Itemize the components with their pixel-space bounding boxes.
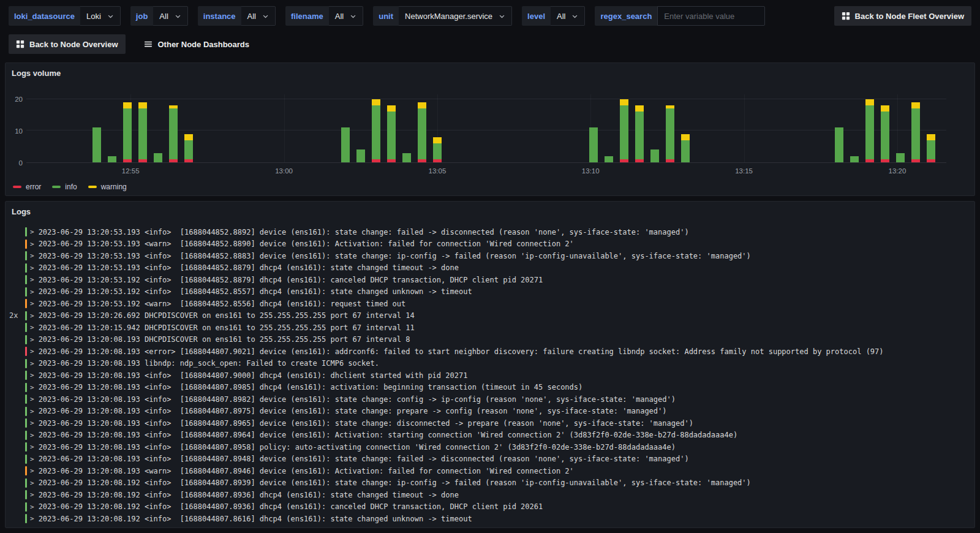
variable-dropdown-unit[interactable]: NetworkManager.service xyxy=(399,6,512,26)
regex-search-input[interactable] xyxy=(657,6,765,26)
expand-chevron-icon[interactable]: > xyxy=(30,360,34,368)
log-volume-bar[interactable] xyxy=(341,94,350,162)
log-line-text: 2023-06-29 13:20:08.193 <info> [16880448… xyxy=(39,443,676,452)
variable-regex_search: regex_search xyxy=(595,6,765,26)
log-volume-bar[interactable] xyxy=(666,94,674,162)
variable-loki_datasource: loki_datasourceLoki xyxy=(9,6,121,26)
variable-value-text: NetworkManager.service xyxy=(405,12,492,21)
log-volume-bar[interactable] xyxy=(620,94,628,162)
log-row[interactable]: >2023-06-29 13:20:08.192 <info> [1688044… xyxy=(9,477,970,490)
log-volume-bar[interactable] xyxy=(169,94,178,162)
log-volume-bar[interactable] xyxy=(418,94,426,162)
log-row[interactable]: >2023-06-29 13:20:53.193 <info> [1688044… xyxy=(9,262,970,274)
log-row[interactable]: 2x>2023-06-29 13:20:26.692 DHCPDISCOVER … xyxy=(9,310,970,322)
log-row[interactable]: >2023-06-29 13:20:53.193 <info> [1688044… xyxy=(9,226,970,238)
expand-chevron-icon[interactable]: > xyxy=(30,384,34,391)
dashboard-links-row: Back to Node Overview Other Node Dashboa… xyxy=(5,34,975,54)
legend-item-error[interactable]: error xyxy=(13,183,41,191)
expand-chevron-icon[interactable]: > xyxy=(30,264,34,272)
log-row[interactable]: >2023-06-29 13:20:08.193 DHCPDISCOVER on… xyxy=(9,334,970,346)
log-row[interactable]: >2023-06-29 13:20:08.192 <info> [1688044… xyxy=(9,513,970,525)
expand-chevron-icon[interactable]: > xyxy=(30,479,34,487)
log-list: >2023-06-29 13:20:53.193 <info> [1688044… xyxy=(6,224,974,525)
expand-chevron-icon[interactable]: > xyxy=(30,467,34,475)
log-volume-bar[interactable] xyxy=(387,94,396,162)
other-node-dashboards-button[interactable]: Other Node Dashboards xyxy=(141,34,252,54)
expand-chevron-icon[interactable]: > xyxy=(30,395,34,403)
log-row[interactable]: >2023-06-29 13:20:08.193 <error> [168804… xyxy=(9,346,970,358)
expand-chevron-icon[interactable]: > xyxy=(30,371,34,379)
log-row[interactable]: >2023-06-29 13:20:08.193 <info> [1688044… xyxy=(9,429,970,442)
log-volume-bar[interactable] xyxy=(850,94,859,162)
log-volume-bar[interactable] xyxy=(372,94,380,162)
expand-chevron-icon[interactable]: > xyxy=(30,300,34,308)
legend-item-info[interactable]: info xyxy=(52,183,77,191)
expand-chevron-icon[interactable]: > xyxy=(30,336,34,344)
expand-chevron-icon[interactable]: > xyxy=(30,515,34,523)
expand-chevron-icon[interactable]: > xyxy=(30,407,34,415)
log-row[interactable]: >2023-06-29 13:20:53.193 <info> [1688044… xyxy=(9,250,970,262)
back-to-fleet-overview-button[interactable]: Back to Node Fleet Overview xyxy=(834,6,971,26)
log-volume-bar[interactable] xyxy=(356,94,365,162)
legend-item-warning[interactable]: warning xyxy=(88,183,127,191)
log-row[interactable]: >2023-06-29 13:20:53.192 <info> [1688044… xyxy=(9,274,970,286)
log-volume-bar[interactable] xyxy=(138,94,147,162)
expand-chevron-icon[interactable]: > xyxy=(30,323,34,331)
expand-chevron-icon[interactable]: > xyxy=(30,491,34,499)
log-level-indicator xyxy=(25,323,27,332)
log-volume-bar[interactable] xyxy=(635,94,644,162)
log-volume-bar[interactable] xyxy=(681,94,690,162)
log-row[interactable]: >2023-06-29 13:20:08.193 <info> [1688044… xyxy=(9,382,970,394)
variable-dropdown-filename[interactable]: All xyxy=(329,6,363,26)
log-row[interactable]: >2023-06-29 13:20:53.192 <info> [1688044… xyxy=(9,286,970,298)
log-row[interactable]: >2023-06-29 13:20:08.193 <info> [1688044… xyxy=(9,369,970,382)
expand-chevron-icon[interactable]: > xyxy=(30,347,34,355)
log-volume-bar[interactable] xyxy=(835,94,843,162)
expand-chevron-icon[interactable]: > xyxy=(30,228,34,236)
log-volume-bar[interactable] xyxy=(123,94,132,162)
log-row[interactable]: >2023-06-29 13:20:08.193 <info> [1688044… xyxy=(9,453,970,466)
logs-volume-panel-title[interactable]: Logs volume xyxy=(12,69,61,78)
log-volume-bar[interactable] xyxy=(184,94,193,162)
log-volume-bar[interactable] xyxy=(108,94,116,162)
expand-chevron-icon[interactable]: > xyxy=(30,455,34,463)
log-volume-bar[interactable] xyxy=(92,94,101,162)
back-to-node-overview-button[interactable]: Back to Node Overview xyxy=(9,34,126,54)
expand-chevron-icon[interactable]: > xyxy=(30,431,34,439)
log-row[interactable]: >2023-06-29 13:20:08.192 <info> [1688044… xyxy=(9,489,970,501)
expand-chevron-icon[interactable]: > xyxy=(30,240,34,248)
log-row[interactable]: >2023-06-29 13:20:08.193 <warn> [1688044… xyxy=(9,465,970,477)
log-row[interactable]: >2023-06-29 13:20:08.193 libndp: ndp_soc… xyxy=(9,358,970,370)
log-row[interactable]: >2023-06-29 13:20:08.192 <info> [1688044… xyxy=(9,501,970,513)
log-row[interactable]: >2023-06-29 13:20:08.193 <info> [1688044… xyxy=(9,417,970,429)
log-volume-bar[interactable] xyxy=(881,94,889,162)
log-volume-bar[interactable] xyxy=(927,94,935,162)
log-row[interactable]: >2023-06-29 13:20:08.193 <info> [1688044… xyxy=(9,393,970,406)
expand-chevron-icon[interactable]: > xyxy=(30,276,34,284)
log-row[interactable]: >2023-06-29 13:20:53.192 <warn> [1688044… xyxy=(9,298,970,310)
log-volume-bar[interactable] xyxy=(433,94,442,162)
variable-dropdown-level[interactable]: All xyxy=(551,6,585,26)
expand-chevron-icon[interactable]: > xyxy=(30,312,34,320)
log-volume-bar[interactable] xyxy=(589,94,598,162)
variable-dropdown-instance[interactable]: All xyxy=(241,6,276,26)
expand-chevron-icon[interactable]: > xyxy=(30,419,34,427)
log-volume-bar[interactable] xyxy=(896,94,905,162)
expand-chevron-icon[interactable]: > xyxy=(30,443,34,451)
log-volume-bar[interactable] xyxy=(865,94,874,162)
logs-panel-title[interactable]: Logs xyxy=(12,207,31,216)
log-volume-bar[interactable] xyxy=(402,94,411,162)
expand-chevron-icon[interactable]: > xyxy=(30,252,34,260)
log-row[interactable]: >2023-06-29 13:20:08.193 <info> [1688044… xyxy=(9,441,970,453)
variable-dropdown-loki_datasource[interactable]: Loki xyxy=(80,6,121,26)
log-volume-bar[interactable] xyxy=(154,94,162,162)
expand-chevron-icon[interactable]: > xyxy=(30,503,34,511)
expand-chevron-icon[interactable]: > xyxy=(30,288,34,296)
log-volume-bar[interactable] xyxy=(605,94,613,162)
log-volume-bar[interactable] xyxy=(911,94,920,162)
log-row[interactable]: >2023-06-29 13:20:08.193 <info> [1688044… xyxy=(9,406,970,418)
log-row[interactable]: >2023-06-29 13:20:15.942 DHCPDISCOVER on… xyxy=(9,322,970,334)
variable-dropdown-job[interactable]: All xyxy=(153,6,187,26)
log-row[interactable]: >2023-06-29 13:20:53.193 <warn> [1688044… xyxy=(9,238,970,251)
log-volume-bar[interactable] xyxy=(650,94,659,162)
